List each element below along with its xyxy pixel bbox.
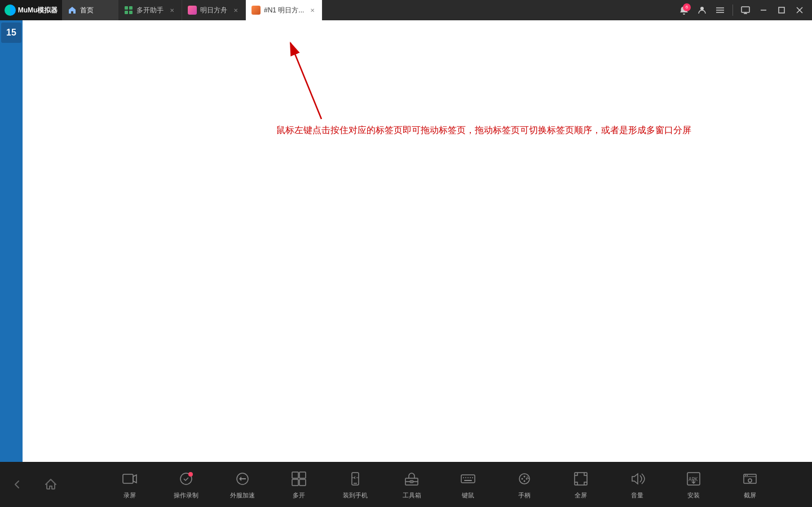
- tab-home-label: 首页: [80, 6, 94, 15]
- minimize-icon: [760, 6, 767, 14]
- arrow-svg: [276, 37, 344, 127]
- toolbar-sync[interactable]: 装到手机: [327, 462, 383, 507]
- notification-button[interactable]: 6: [676, 2, 692, 18]
- toolbar-gesture[interactable]: 手柄: [496, 462, 553, 507]
- svg-rect-12: [779, 7, 784, 13]
- back-icon: [10, 478, 24, 491]
- svg-point-20: [188, 472, 193, 477]
- toolbar-center: 录屏 操作录制 外服加速: [68, 462, 812, 507]
- tab-mingri-icon: [188, 6, 197, 15]
- user-button[interactable]: [694, 2, 710, 18]
- maximize-button[interactable]: [774, 2, 789, 18]
- multi-open-label: 多开: [293, 491, 305, 500]
- nav-home-icon: [44, 478, 58, 491]
- toolbar-toolbox[interactable]: 工具箱: [383, 462, 440, 507]
- titlebar-controls: 6: [672, 2, 812, 18]
- record-label: 录屏: [123, 491, 136, 500]
- screenshot-label: 截屏: [744, 491, 756, 500]
- svg-rect-2: [125, 11, 128, 14]
- svg-point-41: [522, 478, 523, 479]
- svg-rect-0: [125, 6, 128, 10]
- screen-button[interactable]: [738, 2, 753, 18]
- apk-label: 安装: [687, 491, 700, 500]
- svg-point-44: [528, 478, 529, 479]
- apk-icon: APK: [685, 470, 703, 488]
- multi-open-icon: [290, 470, 308, 488]
- screen-icon: [740, 5, 751, 15]
- tab-mingri-close[interactable]: ✕: [232, 6, 240, 14]
- toolbox-icon: [403, 470, 421, 488]
- nav-home-button[interactable]: [34, 462, 68, 507]
- gesture-label: 手柄: [518, 491, 531, 500]
- gesture-icon: [515, 470, 533, 488]
- keyboard-label: 键鼠: [462, 491, 474, 500]
- menu-button[interactable]: [712, 2, 728, 18]
- toolbar-fullscreen[interactable]: 全屏: [553, 462, 609, 507]
- svg-rect-17: [123, 474, 133, 483]
- side-number: 15: [1, 23, 21, 43]
- toolbar-record[interactable]: 录屏: [102, 462, 158, 507]
- toolbar-keyboard[interactable]: 键鼠: [440, 462, 496, 507]
- svg-rect-30: [410, 480, 413, 483]
- close-button[interactable]: [792, 2, 807, 18]
- keyboard-icon: [459, 470, 477, 488]
- minimize-button[interactable]: [756, 2, 771, 18]
- toolbar-multi-open[interactable]: 多开: [271, 462, 327, 507]
- fullscreen-icon: [572, 470, 590, 488]
- svg-point-40: [524, 480, 526, 482]
- svg-rect-22: [292, 472, 298, 478]
- titlebar-divider: [732, 5, 733, 16]
- svg-point-4: [700, 7, 704, 10]
- app-name: MuMu模拟器: [18, 6, 58, 15]
- nav-back-button[interactable]: [0, 462, 34, 507]
- tab-bar: 首页 多开助手 ✕ 明日方舟 ✕ #N1 明日方... ✕: [62, 0, 672, 20]
- tab-n1[interactable]: #N1 明日方... ✕: [246, 0, 323, 20]
- close-icon: [796, 6, 804, 14]
- multi-icon: [124, 6, 133, 15]
- toolbar-screenshot[interactable]: 截屏: [722, 462, 778, 507]
- svg-point-38: [519, 474, 529, 484]
- volume-icon: [628, 470, 646, 488]
- record-icon: [121, 470, 139, 488]
- maximize-icon: [778, 6, 785, 14]
- menu-icon: [715, 5, 725, 15]
- svg-line-16: [290, 43, 321, 119]
- main-content: 鼠标左键点击按住对应的标签页即可拖动标签页，拖动标签页可切换标签页顺序，或者是形…: [23, 20, 812, 462]
- toolbar-apk[interactable]: APK 安装: [665, 462, 722, 507]
- tab-n1-label: #N1 明日方...: [264, 6, 304, 15]
- svg-point-43: [527, 477, 528, 478]
- toolbar-volume[interactable]: 音量: [609, 462, 665, 507]
- svg-point-51: [748, 479, 752, 482]
- notification-count: 6: [683, 3, 691, 11]
- toolbar-accelerate[interactable]: 外服加速: [214, 462, 271, 507]
- toolbox-label: 工具箱: [403, 491, 421, 500]
- tab-n1-close[interactable]: ✕: [308, 6, 316, 14]
- app-logo[interactable]: MuMu模拟器: [0, 0, 62, 20]
- svg-rect-1: [129, 6, 133, 10]
- macro-icon: [177, 470, 195, 488]
- toolbar-macro[interactable]: 操作录制: [158, 462, 214, 507]
- logo-icon: [5, 5, 16, 16]
- svg-rect-45: [575, 473, 587, 485]
- tab-mingri[interactable]: 明日方舟 ✕: [182, 0, 246, 20]
- sync-label: 装到手机: [343, 491, 368, 500]
- bottom-toolbar: 录屏 操作录制 外服加速: [0, 462, 812, 507]
- svg-rect-25: [299, 479, 306, 486]
- svg-point-42: [526, 478, 528, 479]
- tab-n1-icon: [251, 6, 261, 15]
- accelerate-icon: [233, 470, 251, 488]
- home-icon: [68, 6, 77, 15]
- tab-mingri-label: 明日方舟: [200, 6, 227, 15]
- annotation-text: 鼠标左键点击按住对应的标签页即可拖动标签页，拖动标签页可切换标签页顺序，或者是形…: [276, 125, 691, 136]
- volume-label: 音量: [631, 491, 643, 500]
- svg-rect-24: [292, 479, 298, 486]
- side-panel: 15: [0, 20, 23, 462]
- macro-label: 操作录制: [174, 491, 198, 500]
- svg-point-39: [524, 475, 526, 477]
- svg-marker-18: [133, 475, 136, 483]
- tab-multi[interactable]: 多开助手 ✕: [118, 0, 182, 20]
- screenshot-icon: [741, 470, 759, 488]
- user-icon: [697, 5, 707, 15]
- tab-home[interactable]: 首页: [62, 0, 118, 20]
- tab-multi-close[interactable]: ✕: [168, 6, 176, 14]
